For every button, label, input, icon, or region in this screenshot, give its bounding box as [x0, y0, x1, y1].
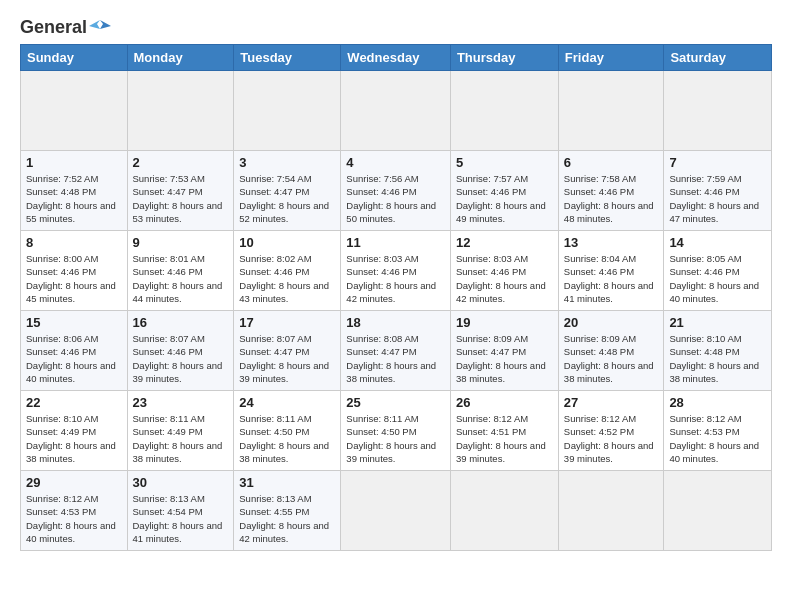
calendar-week-row: 15Sunrise: 8:06 AMSunset: 4:46 PMDayligh… — [21, 311, 772, 391]
calendar-cell: 28Sunrise: 8:12 AMSunset: 4:53 PMDayligh… — [664, 391, 772, 471]
svg-marker-1 — [89, 20, 100, 29]
calendar-cell: 24Sunrise: 8:11 AMSunset: 4:50 PMDayligh… — [234, 391, 341, 471]
day-info: Sunrise: 7:58 AMSunset: 4:46 PMDaylight:… — [564, 172, 659, 225]
day-number: 10 — [239, 235, 335, 250]
calendar-cell — [450, 71, 558, 151]
calendar-cell: 23Sunrise: 8:11 AMSunset: 4:49 PMDayligh… — [127, 391, 234, 471]
calendar-cell: 4Sunrise: 7:56 AMSunset: 4:46 PMDaylight… — [341, 151, 451, 231]
day-number: 20 — [564, 315, 659, 330]
day-info: Sunrise: 8:10 AMSunset: 4:49 PMDaylight:… — [26, 412, 122, 465]
calendar-cell: 15Sunrise: 8:06 AMSunset: 4:46 PMDayligh… — [21, 311, 128, 391]
calendar-day-header: Saturday — [664, 45, 772, 71]
day-number: 9 — [133, 235, 229, 250]
day-number: 26 — [456, 395, 553, 410]
calendar-cell — [664, 471, 772, 551]
day-info: Sunrise: 8:09 AMSunset: 4:47 PMDaylight:… — [456, 332, 553, 385]
day-number: 6 — [564, 155, 659, 170]
calendar-cell: 1Sunrise: 7:52 AMSunset: 4:48 PMDaylight… — [21, 151, 128, 231]
calendar-cell: 3Sunrise: 7:54 AMSunset: 4:47 PMDaylight… — [234, 151, 341, 231]
calendar-cell — [21, 71, 128, 151]
header: General — [20, 16, 772, 34]
calendar-day-header: Thursday — [450, 45, 558, 71]
calendar-cell: 7Sunrise: 7:59 AMSunset: 4:46 PMDaylight… — [664, 151, 772, 231]
calendar-cell: 21Sunrise: 8:10 AMSunset: 4:48 PMDayligh… — [664, 311, 772, 391]
day-info: Sunrise: 8:13 AMSunset: 4:55 PMDaylight:… — [239, 492, 335, 545]
day-number: 4 — [346, 155, 445, 170]
calendar-cell — [341, 71, 451, 151]
calendar-cell: 2Sunrise: 7:53 AMSunset: 4:47 PMDaylight… — [127, 151, 234, 231]
day-number: 18 — [346, 315, 445, 330]
day-number: 3 — [239, 155, 335, 170]
calendar-day-header: Sunday — [21, 45, 128, 71]
calendar-cell: 6Sunrise: 7:58 AMSunset: 4:46 PMDaylight… — [558, 151, 664, 231]
calendar-cell: 12Sunrise: 8:03 AMSunset: 4:46 PMDayligh… — [450, 231, 558, 311]
calendar-week-row: 29Sunrise: 8:12 AMSunset: 4:53 PMDayligh… — [21, 471, 772, 551]
day-info: Sunrise: 8:12 AMSunset: 4:51 PMDaylight:… — [456, 412, 553, 465]
calendar-week-row: 1Sunrise: 7:52 AMSunset: 4:48 PMDaylight… — [21, 151, 772, 231]
calendar-cell: 17Sunrise: 8:07 AMSunset: 4:47 PMDayligh… — [234, 311, 341, 391]
calendar-cell: 16Sunrise: 8:07 AMSunset: 4:46 PMDayligh… — [127, 311, 234, 391]
calendar-week-row: 8Sunrise: 8:00 AMSunset: 4:46 PMDaylight… — [21, 231, 772, 311]
calendar-cell: 31Sunrise: 8:13 AMSunset: 4:55 PMDayligh… — [234, 471, 341, 551]
calendar-cell: 8Sunrise: 8:00 AMSunset: 4:46 PMDaylight… — [21, 231, 128, 311]
day-info: Sunrise: 8:02 AMSunset: 4:46 PMDaylight:… — [239, 252, 335, 305]
calendar-cell — [558, 471, 664, 551]
calendar-cell: 26Sunrise: 8:12 AMSunset: 4:51 PMDayligh… — [450, 391, 558, 471]
day-number: 31 — [239, 475, 335, 490]
day-info: Sunrise: 7:57 AMSunset: 4:46 PMDaylight:… — [456, 172, 553, 225]
calendar-day-header: Monday — [127, 45, 234, 71]
logo-text-general: General — [20, 17, 87, 38]
day-number: 27 — [564, 395, 659, 410]
calendar-cell: 11Sunrise: 8:03 AMSunset: 4:46 PMDayligh… — [341, 231, 451, 311]
day-number: 25 — [346, 395, 445, 410]
day-number: 28 — [669, 395, 766, 410]
calendar-day-header: Tuesday — [234, 45, 341, 71]
day-number: 15 — [26, 315, 122, 330]
day-number: 13 — [564, 235, 659, 250]
calendar-cell: 9Sunrise: 8:01 AMSunset: 4:46 PMDaylight… — [127, 231, 234, 311]
day-number: 22 — [26, 395, 122, 410]
day-info: Sunrise: 7:54 AMSunset: 4:47 PMDaylight:… — [239, 172, 335, 225]
day-number: 5 — [456, 155, 553, 170]
calendar-cell: 14Sunrise: 8:05 AMSunset: 4:46 PMDayligh… — [664, 231, 772, 311]
calendar-week-row — [21, 71, 772, 151]
logo-bird-icon — [89, 16, 111, 38]
day-info: Sunrise: 8:12 AMSunset: 4:53 PMDaylight:… — [669, 412, 766, 465]
calendar-table: SundayMondayTuesdayWednesdayThursdayFrid… — [20, 44, 772, 551]
day-info: Sunrise: 7:53 AMSunset: 4:47 PMDaylight:… — [133, 172, 229, 225]
day-info: Sunrise: 8:06 AMSunset: 4:46 PMDaylight:… — [26, 332, 122, 385]
day-info: Sunrise: 8:13 AMSunset: 4:54 PMDaylight:… — [133, 492, 229, 545]
day-number: 2 — [133, 155, 229, 170]
day-number: 12 — [456, 235, 553, 250]
calendar-day-header: Wednesday — [341, 45, 451, 71]
svg-marker-0 — [100, 20, 111, 29]
calendar-cell — [341, 471, 451, 551]
calendar-cell: 22Sunrise: 8:10 AMSunset: 4:49 PMDayligh… — [21, 391, 128, 471]
day-info: Sunrise: 8:11 AMSunset: 4:50 PMDaylight:… — [239, 412, 335, 465]
calendar-cell: 25Sunrise: 8:11 AMSunset: 4:50 PMDayligh… — [341, 391, 451, 471]
day-number: 19 — [456, 315, 553, 330]
day-info: Sunrise: 8:01 AMSunset: 4:46 PMDaylight:… — [133, 252, 229, 305]
day-info: Sunrise: 8:03 AMSunset: 4:46 PMDaylight:… — [456, 252, 553, 305]
calendar-cell — [558, 71, 664, 151]
calendar-cell: 19Sunrise: 8:09 AMSunset: 4:47 PMDayligh… — [450, 311, 558, 391]
calendar-cell — [127, 71, 234, 151]
calendar-cell: 18Sunrise: 8:08 AMSunset: 4:47 PMDayligh… — [341, 311, 451, 391]
day-number: 8 — [26, 235, 122, 250]
day-number: 24 — [239, 395, 335, 410]
day-info: Sunrise: 8:09 AMSunset: 4:48 PMDaylight:… — [564, 332, 659, 385]
calendar-week-row: 22Sunrise: 8:10 AMSunset: 4:49 PMDayligh… — [21, 391, 772, 471]
calendar-cell: 30Sunrise: 8:13 AMSunset: 4:54 PMDayligh… — [127, 471, 234, 551]
calendar-cell: 5Sunrise: 7:57 AMSunset: 4:46 PMDaylight… — [450, 151, 558, 231]
day-number: 17 — [239, 315, 335, 330]
day-number: 14 — [669, 235, 766, 250]
calendar-cell: 13Sunrise: 8:04 AMSunset: 4:46 PMDayligh… — [558, 231, 664, 311]
day-info: Sunrise: 8:10 AMSunset: 4:48 PMDaylight:… — [669, 332, 766, 385]
day-number: 23 — [133, 395, 229, 410]
day-number: 11 — [346, 235, 445, 250]
logo: General — [20, 16, 111, 34]
day-info: Sunrise: 8:04 AMSunset: 4:46 PMDaylight:… — [564, 252, 659, 305]
day-number: 21 — [669, 315, 766, 330]
day-number: 1 — [26, 155, 122, 170]
calendar-cell — [234, 71, 341, 151]
